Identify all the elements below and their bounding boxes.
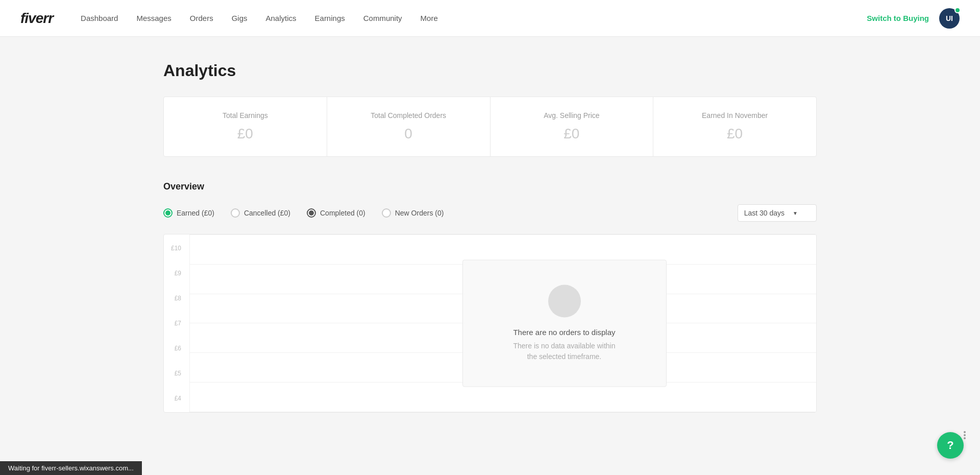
stat-card-1: Total Completed Orders 0: [327, 97, 491, 156]
stat-card-3: Earned In November £0: [653, 97, 816, 156]
avatar[interactable]: UI: [939, 8, 960, 29]
nav-link-community[interactable]: Community: [356, 10, 409, 27]
empty-state-subtitle: There is no data available withinthe sel…: [494, 341, 635, 362]
filter-option-3[interactable]: New Orders (0): [382, 208, 444, 218]
page-title: Analytics: [163, 61, 817, 80]
filter-label-2: Completed (0): [320, 209, 365, 217]
filter-radio-2: [307, 208, 316, 218]
nav-link-earnings[interactable]: Earnings: [308, 10, 352, 27]
empty-state-icon: [548, 285, 581, 318]
stat-label-2: Avg. Selling Price: [507, 111, 637, 120]
chart-area: There are no orders to display There is …: [189, 234, 816, 412]
stat-value-1: 0: [344, 126, 474, 142]
chart-container: £10£9£8£7£6£5£4 There are no orders to d…: [163, 234, 817, 413]
filter-radio-0: [163, 208, 173, 218]
nav-link-analytics[interactable]: Analytics: [259, 10, 304, 27]
overview-section: Overview Earned (£0) Cancelled (£0) Comp…: [163, 181, 817, 413]
navbar: fiverr DashboardMessagesOrdersGigsAnalyt…: [0, 0, 980, 37]
filter-label-1: Cancelled (£0): [244, 209, 290, 217]
nav-links: DashboardMessagesOrdersGigsAnalyticsEarn…: [74, 10, 867, 27]
stat-card-0: Total Earnings £0: [164, 97, 327, 156]
stat-label-3: Earned In November: [670, 111, 800, 120]
switch-to-buying-link[interactable]: Switch to Buying: [867, 14, 929, 22]
y-axis-label-6: £4: [164, 395, 181, 402]
y-axis-label-2: £8: [164, 295, 181, 302]
filter-radio-1: [231, 208, 240, 218]
stats-row: Total Earnings £0 Total Completed Orders…: [163, 97, 817, 157]
nav-link-orders[interactable]: Orders: [183, 10, 220, 27]
filter-option-1[interactable]: Cancelled (£0): [231, 208, 290, 218]
y-axis-label-0: £10: [164, 245, 181, 252]
stat-value-2: £0: [507, 126, 637, 142]
filter-label-3: New Orders (0): [395, 209, 444, 217]
y-axis-label-3: £7: [164, 320, 181, 327]
empty-state-overlay: There are no orders to display There is …: [462, 260, 667, 387]
nav-right: Switch to Buying UI: [867, 8, 960, 29]
help-button[interactable]: ?: [937, 432, 964, 437]
avatar-notification-badge: [954, 7, 961, 13]
nav-link-more[interactable]: More: [413, 10, 445, 27]
filter-label-0: Earned (£0): [177, 209, 214, 217]
empty-state-title: There are no orders to display: [494, 328, 635, 337]
filter-radio-3: [382, 208, 391, 218]
chart-y-axis: £10£9£8£7£6£5£4: [164, 234, 189, 412]
stat-label-0: Total Earnings: [180, 111, 310, 120]
main-content: Analytics Total Earnings £0 Total Comple…: [133, 37, 847, 437]
help-button-dots: [964, 431, 966, 437]
nav-link-gigs[interactable]: Gigs: [225, 10, 255, 27]
nav-link-dashboard[interactable]: Dashboard: [74, 10, 125, 27]
nav-link-messages[interactable]: Messages: [129, 10, 178, 27]
logo[interactable]: fiverr: [20, 10, 53, 27]
stat-label-1: Total Completed Orders: [344, 111, 474, 120]
chevron-down-icon: ▼: [793, 210, 798, 216]
y-axis-label-1: £9: [164, 270, 181, 277]
dropdown-label: Last 30 days: [744, 209, 785, 217]
y-axis-label-4: £6: [164, 345, 181, 352]
stat-value-3: £0: [670, 126, 800, 142]
filter-option-2[interactable]: Completed (0): [307, 208, 365, 218]
filter-option-0[interactable]: Earned (£0): [163, 208, 214, 218]
overview-controls: Earned (£0) Cancelled (£0) Completed (0)…: [163, 204, 817, 222]
date-range-dropdown[interactable]: Last 30 days ▼: [738, 204, 817, 222]
overview-title: Overview: [163, 181, 817, 192]
stat-card-2: Avg. Selling Price £0: [491, 97, 654, 156]
stat-value-0: £0: [180, 126, 310, 142]
y-axis-label-5: £5: [164, 370, 181, 377]
